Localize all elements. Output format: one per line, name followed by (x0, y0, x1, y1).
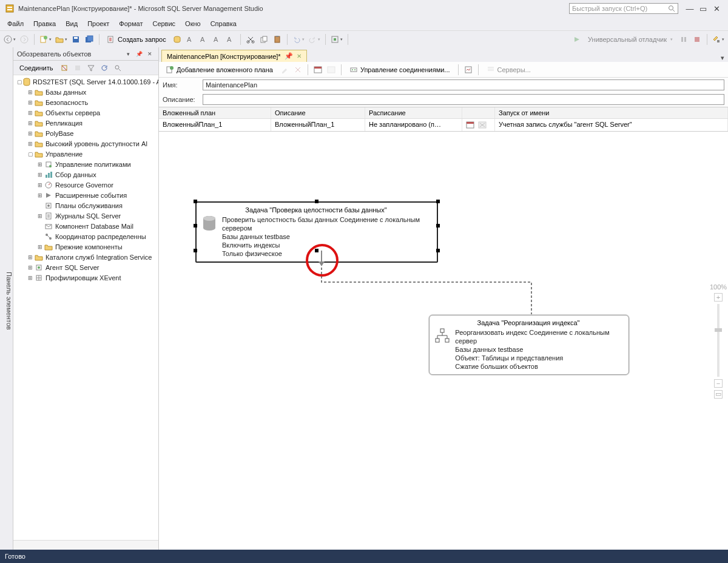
toolbox-button[interactable] (711, 33, 726, 46)
tree-polybase[interactable]: ⊞PolyBase (15, 128, 158, 138)
tree-legacy[interactable]: ⊞Прежние компоненты (15, 241, 158, 252)
menu-tools[interactable]: Сервис (147, 19, 180, 29)
explorer-hscrollbar[interactable] (13, 540, 158, 550)
dmx-query-icon[interactable]: A (198, 33, 210, 46)
copy-button[interactable] (258, 33, 270, 46)
col-schedule[interactable]: Расписание (365, 107, 462, 118)
task-reorganize-index[interactable]: Задача "Реорганизация индекса" Реорганиз… (429, 315, 629, 375)
tree-server-node[interactable]: ▢RDS2TEST (SQL Server 14.0.1000.169 - A (15, 76, 158, 87)
plan-desc-input[interactable] (203, 94, 724, 105)
redo-button[interactable] (307, 33, 322, 46)
tree-dtc[interactable]: Координатор распределенны (15, 231, 158, 241)
cell-subplan[interactable]: ВложенныйПлан_1 (159, 119, 271, 131)
tree-policy-mgmt[interactable]: ⊞Управление политиками (15, 159, 158, 169)
cell-schedule[interactable]: Не запланировано (п… (365, 119, 462, 131)
nav-fwd-button[interactable] (18, 33, 30, 46)
resize-handle[interactable] (194, 249, 197, 252)
connector-path[interactable] (320, 266, 539, 321)
manage-connections-button[interactable]: Управление соединениями... (345, 63, 454, 76)
cut-button[interactable] (244, 33, 257, 46)
menu-window[interactable]: Окно (180, 19, 206, 29)
servers-button[interactable]: Серверы... (482, 63, 535, 76)
tree-xevent-profiler[interactable]: ⊞Профилировщик XEvent (15, 272, 158, 283)
menu-project[interactable]: Проект (83, 19, 114, 29)
tree-extended-events[interactable]: ⊞Расширенные события (15, 190, 158, 200)
quick-launch-input[interactable]: Быстрый запуск (Ctrl+Q) (569, 3, 678, 14)
resize-handle[interactable] (194, 224, 197, 228)
filter-icon[interactable] (85, 61, 97, 75)
zoom-fit-button[interactable]: ▭ (714, 390, 723, 399)
minimize-button[interactable]: — (683, 4, 696, 13)
tree-management[interactable]: ▢Управление (15, 149, 158, 159)
solution-config-button[interactable] (329, 33, 344, 46)
panel-close-button[interactable]: ✕ (145, 50, 155, 58)
xmla-query-icon[interactable]: A (211, 33, 223, 46)
document-tab[interactable]: MaintenancePlan [Конструирование]* 📌 ✕ (161, 50, 307, 62)
disconnect-icon[interactable] (58, 61, 70, 75)
search-icon[interactable] (112, 61, 124, 75)
undo-button[interactable] (291, 33, 306, 46)
panel-pin-button[interactable]: 📌 (134, 50, 144, 58)
tree-ssis-catalogs[interactable]: ⊞Каталоги служб Integration Service (15, 252, 158, 262)
save-all-button[interactable] (83, 33, 95, 46)
save-button[interactable] (70, 33, 82, 46)
tree-sql-agent[interactable]: ⊞Агент SQL Server (15, 262, 158, 272)
schedule-edit-icon[interactable] (466, 121, 476, 129)
db-engine-query-icon[interactable] (171, 33, 183, 46)
connect-button[interactable]: Соединить (16, 61, 57, 75)
grid-row[interactable]: ВложенныйПлан_1 ВложенныйПлан_1 Не запла… (159, 119, 728, 131)
tree-resource-governor[interactable]: ⊞Resource Governor (15, 180, 158, 190)
edit-subplan-icon[interactable] (278, 63, 291, 76)
zoom-track[interactable] (717, 304, 720, 377)
add-subplan-button[interactable]: Добавление вложенного плана (161, 63, 277, 76)
subplans-grid[interactable]: Вложенный план Описание Расписание Запус… (159, 107, 728, 132)
menu-format[interactable]: Формат (114, 19, 147, 29)
resize-handle[interactable] (315, 200, 318, 203)
plan-name-input[interactable] (203, 79, 724, 90)
tree-databases[interactable]: ⊞Базы данных (15, 87, 158, 97)
resize-handle[interactable] (436, 249, 440, 252)
debug-stop-button[interactable] (691, 33, 703, 46)
zoom-out-button[interactable]: − (714, 379, 723, 388)
tree-database-mail[interactable]: Компонент Database Mail (15, 221, 158, 231)
refresh-icon[interactable] (98, 61, 110, 75)
toolbox-panel-tab[interactable]: Панель элементов (0, 47, 13, 550)
tree-server-objects[interactable]: ⊞Объекты сервера (15, 107, 158, 118)
nav-back-button[interactable] (2, 33, 17, 46)
tabstrip-dropdown[interactable]: ▾ (717, 54, 728, 62)
cell-description[interactable]: ВложенныйПлан_1 (271, 119, 365, 131)
maximize-button[interactable]: ▭ (696, 4, 710, 13)
schedule-icon[interactable] (312, 63, 324, 76)
col-runas[interactable]: Запуск от имени (495, 107, 728, 118)
tab-close-icon[interactable]: ✕ (297, 53, 302, 59)
reporting-icon[interactable] (462, 63, 474, 76)
schedule-remove-icon[interactable] (478, 121, 488, 129)
col-description[interactable]: Описание (271, 107, 365, 118)
resize-handle[interactable] (436, 200, 440, 203)
delete-subplan-icon[interactable] (292, 63, 304, 76)
paste-button[interactable] (271, 33, 283, 46)
tree-replication[interactable]: ⊞Репликация (15, 118, 158, 128)
zoom-in-button[interactable]: + (714, 293, 723, 302)
menu-help[interactable]: Справка (206, 19, 241, 29)
tree-high-availability[interactable]: ⊞Высокий уровень доступности Al (15, 138, 158, 149)
cell-runas[interactable]: Учетная запись службы "агент SQL Server" (495, 119, 728, 131)
stop-icon[interactable] (72, 61, 84, 75)
remove-schedule-icon[interactable] (325, 63, 337, 76)
panel-dropdown-button[interactable]: ▾ (123, 50, 133, 58)
zoom-control[interactable]: 100% + − ▭ (711, 283, 726, 399)
tree-security[interactable]: ⊞Безопасность (15, 97, 158, 107)
dax-query-icon[interactable]: A (224, 33, 237, 46)
zoom-thumb[interactable] (715, 328, 722, 332)
tree-maintenance-plans[interactable]: Планы обслуживания (15, 200, 158, 211)
new-query-button[interactable]: Создать запрос (103, 33, 170, 46)
resize-handle[interactable] (436, 224, 440, 228)
menu-file[interactable]: Файл (2, 19, 29, 29)
menu-view[interactable]: Вид (61, 19, 83, 29)
tree-data-collection[interactable]: ⊞Сбор данных (15, 169, 158, 180)
pin-icon[interactable]: 📌 (285, 52, 293, 60)
tree-sql-server-logs[interactable]: ⊞Журналы SQL Server (15, 211, 158, 221)
universal-debugger-button[interactable]: Универсальный отладчик (584, 33, 676, 46)
object-tree[interactable]: ▢RDS2TEST (SQL Server 14.0.1000.169 - A … (13, 75, 158, 540)
close-button[interactable]: ✕ (710, 4, 723, 13)
